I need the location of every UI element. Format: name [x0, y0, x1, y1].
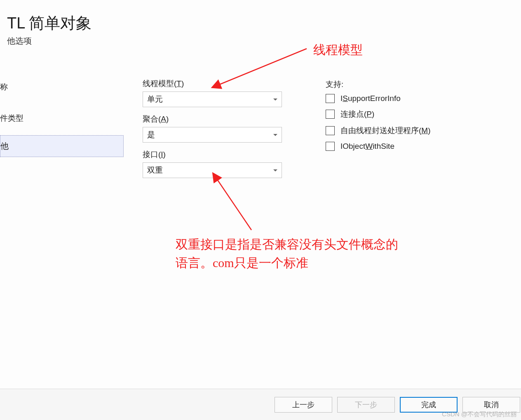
back-button[interactable]: 上一步	[275, 397, 332, 413]
arrow-icon	[0, 0, 521, 420]
watermark: CSDN @不会写代码的丝丽	[442, 411, 517, 418]
svg-line-1	[217, 179, 251, 230]
next-button: 下一步	[337, 397, 395, 413]
svg-line-0	[218, 49, 307, 85]
cancel-button[interactable]: 取消	[462, 397, 520, 413]
finish-button[interactable]: 完成	[400, 397, 458, 413]
